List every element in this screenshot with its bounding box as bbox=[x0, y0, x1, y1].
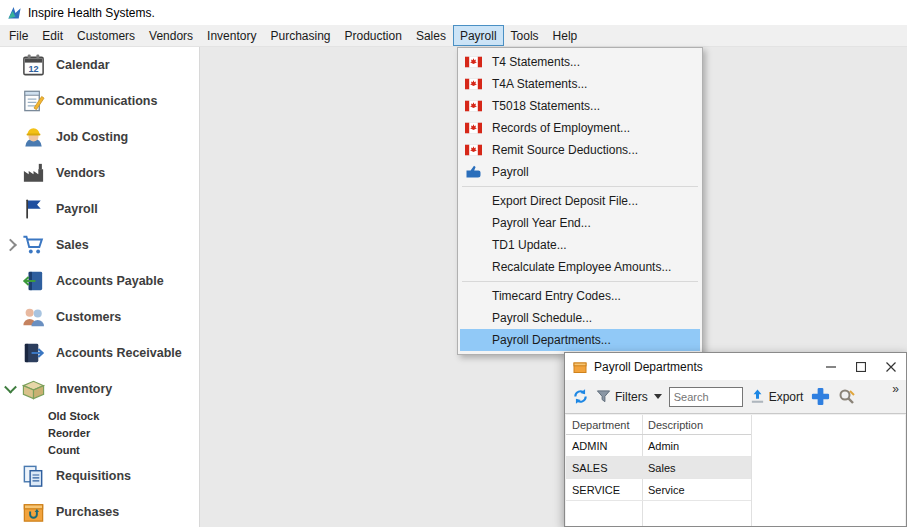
sidebar-subitem-old-stock[interactable]: Old Stock bbox=[0, 407, 199, 424]
menubar: File Edit Customers Vendors Inventory Pu… bbox=[0, 25, 907, 47]
sidebar: 12 Calendar Communications Job Costing V… bbox=[0, 47, 200, 527]
plus-icon bbox=[810, 386, 831, 407]
sidebar-item-requisitions[interactable]: Requisitions bbox=[0, 458, 199, 494]
menu-inventory[interactable]: Inventory bbox=[200, 25, 263, 46]
calendar-icon: 12 bbox=[21, 53, 46, 78]
payroll-hand-icon bbox=[465, 165, 481, 179]
app-title: Inspire Health Systems. bbox=[28, 6, 155, 20]
canada-flag-icon bbox=[465, 145, 482, 156]
menuitem-export-direct-deposit-file[interactable]: Export Direct Deposit File... bbox=[458, 190, 702, 212]
sidebar-item-vendors[interactable]: Vendors bbox=[0, 155, 199, 191]
search-input[interactable] bbox=[669, 387, 743, 407]
svg-text:12: 12 bbox=[28, 64, 38, 74]
menuitem-timecard-entry-codes[interactable]: Timecard Entry Codes... bbox=[458, 285, 702, 307]
magnifier-pencil-icon bbox=[838, 388, 856, 406]
filter-funnel-icon bbox=[596, 389, 611, 404]
add-button[interactable] bbox=[810, 386, 831, 407]
departments-table: Department Description ADMIN Admin SALES… bbox=[566, 415, 905, 526]
titlebar: Inspire Health Systems. bbox=[0, 0, 907, 25]
table-row[interactable]: SERVICE Service bbox=[566, 479, 751, 501]
sidebar-item-calendar[interactable]: 12 Calendar bbox=[0, 47, 199, 83]
menuitem-td1-update[interactable]: TD1 Update... bbox=[458, 234, 702, 256]
menu-tools[interactable]: Tools bbox=[504, 25, 546, 46]
sidebar-subitem-reorder[interactable]: Reorder bbox=[0, 424, 199, 441]
window-title: Payroll Departments bbox=[594, 360, 703, 374]
payroll-flag-icon bbox=[21, 197, 46, 222]
canada-flag-icon bbox=[465, 57, 482, 68]
edit-search-button[interactable] bbox=[838, 388, 856, 406]
sidebar-subitem-count[interactable]: Count bbox=[0, 441, 199, 458]
menuitem-payroll-year-end[interactable]: Payroll Year End... bbox=[458, 212, 702, 234]
sidebar-item-communications[interactable]: Communications bbox=[0, 83, 199, 119]
window-icon bbox=[573, 360, 587, 374]
refresh-button[interactable] bbox=[572, 388, 589, 405]
menuitem-payroll-schedule[interactable]: Payroll Schedule... bbox=[458, 307, 702, 329]
close-button[interactable] bbox=[876, 353, 906, 380]
menu-sales[interactable]: Sales bbox=[409, 25, 453, 46]
window-toolbar: Filters Export » bbox=[565, 380, 906, 414]
sidebar-item-purchases[interactable]: Purchases bbox=[0, 494, 199, 527]
refresh-icon bbox=[572, 388, 589, 405]
accounts-receivable-icon bbox=[21, 341, 46, 366]
sidebar-item-sales[interactable]: Sales bbox=[0, 227, 199, 263]
canada-flag-icon bbox=[465, 101, 482, 112]
app-logo-icon bbox=[7, 5, 22, 20]
toolbar-overflow-chevron[interactable]: » bbox=[892, 380, 899, 396]
job-costing-icon bbox=[21, 125, 46, 150]
menuitem-t4-statements[interactable]: T4 Statements... bbox=[458, 51, 702, 73]
menu-customers[interactable]: Customers bbox=[70, 25, 142, 46]
sidebar-item-accounts-receivable[interactable]: Accounts Receivable bbox=[0, 335, 199, 371]
maximize-button[interactable] bbox=[846, 353, 876, 380]
purchases-icon bbox=[21, 500, 46, 525]
payroll-dropdown-menu: T4 Statements... T4A Statements... T5018… bbox=[457, 47, 703, 355]
menu-separator bbox=[462, 281, 698, 282]
payroll-departments-window: Payroll Departments Filters bbox=[564, 352, 907, 527]
table-header-row: Department Description bbox=[566, 415, 751, 435]
menuitem-payroll[interactable]: Payroll bbox=[458, 161, 702, 183]
sidebar-item-job-costing[interactable]: Job Costing bbox=[0, 119, 199, 155]
table-row[interactable]: SALES Sales bbox=[566, 457, 751, 479]
menu-payroll[interactable]: Payroll bbox=[453, 25, 504, 46]
customers-icon bbox=[21, 305, 46, 330]
factory-icon bbox=[21, 161, 46, 186]
export-icon bbox=[750, 389, 765, 404]
menuitem-payroll-departments[interactable]: Payroll Departments... bbox=[460, 329, 700, 351]
menu-help[interactable]: Help bbox=[546, 25, 585, 46]
accounts-payable-icon bbox=[21, 269, 46, 294]
menuitem-t4a-statements[interactable]: T4A Statements... bbox=[458, 73, 702, 95]
menu-production[interactable]: Production bbox=[338, 25, 409, 46]
inventory-icon bbox=[21, 377, 46, 402]
menuitem-remit-source-deductions[interactable]: Remit Source Deductions... bbox=[458, 139, 702, 161]
column-header-department[interactable]: Department bbox=[566, 415, 642, 434]
chevron-down-icon bbox=[654, 394, 662, 399]
window-titlebar[interactable]: Payroll Departments bbox=[565, 353, 906, 380]
sidebar-item-accounts-payable[interactable]: Accounts Payable bbox=[0, 263, 199, 299]
chevron-right-icon[interactable] bbox=[4, 239, 17, 252]
sidebar-item-inventory[interactable]: Inventory bbox=[0, 371, 199, 407]
table-row[interactable]: ADMIN Admin bbox=[566, 435, 751, 457]
sidebar-item-payroll[interactable]: Payroll bbox=[0, 191, 199, 227]
canada-flag-icon bbox=[465, 79, 482, 90]
menuitem-records-of-employment[interactable]: Records of Employment... bbox=[458, 117, 702, 139]
menuitem-t5018-statements[interactable]: T5018 Statements... bbox=[458, 95, 702, 117]
cart-icon bbox=[21, 233, 46, 258]
menu-file[interactable]: File bbox=[2, 25, 35, 46]
menu-edit[interactable]: Edit bbox=[35, 25, 70, 46]
column-divider bbox=[751, 415, 752, 526]
menu-vendors[interactable]: Vendors bbox=[142, 25, 200, 46]
canada-flag-icon bbox=[465, 123, 482, 134]
menu-purchasing[interactable]: Purchasing bbox=[263, 25, 337, 46]
chevron-down-icon[interactable] bbox=[4, 381, 17, 394]
sidebar-item-customers[interactable]: Customers bbox=[0, 299, 199, 335]
menu-separator bbox=[462, 186, 698, 187]
minimize-button[interactable] bbox=[816, 353, 846, 380]
menuitem-recalculate-employee-amounts[interactable]: Recalculate Employee Amounts... bbox=[458, 256, 702, 278]
filters-button[interactable]: Filters bbox=[596, 389, 662, 404]
column-header-description[interactable]: Description bbox=[642, 415, 751, 434]
requisitions-icon bbox=[21, 464, 46, 489]
app-window: Inspire Health Systems. File Edit Custom… bbox=[0, 0, 907, 527]
export-button[interactable]: Export bbox=[750, 389, 804, 404]
communications-icon bbox=[21, 89, 46, 114]
